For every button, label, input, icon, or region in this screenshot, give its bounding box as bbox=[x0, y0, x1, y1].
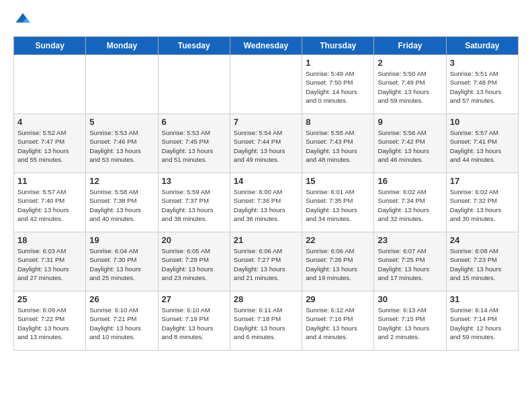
weekday-header-friday: Friday bbox=[374, 37, 446, 55]
day-info: Sunrise: 6:13 AM Sunset: 7:15 PM Dayligh… bbox=[378, 306, 442, 341]
day-info: Sunrise: 5:52 AM Sunset: 7:47 PM Dayligh… bbox=[17, 128, 82, 164]
calendar-day-cell: 26Sunrise: 6:10 AM Sunset: 7:21 PM Dayli… bbox=[86, 291, 158, 351]
day-info: Sunrise: 5:56 AM Sunset: 7:42 PM Dayligh… bbox=[378, 128, 442, 164]
weekday-header-thursday: Thursday bbox=[302, 37, 374, 55]
calendar-week-row: 25Sunrise: 6:09 AM Sunset: 7:22 PM Dayli… bbox=[14, 291, 519, 351]
day-info: Sunrise: 6:02 AM Sunset: 7:32 PM Dayligh… bbox=[450, 187, 515, 223]
day-number: 19 bbox=[89, 235, 154, 245]
calendar-day-cell: 13Sunrise: 5:59 AM Sunset: 7:37 PM Dayli… bbox=[158, 173, 230, 232]
day-number: 2 bbox=[378, 58, 442, 68]
calendar-day-cell: 19Sunrise: 6:04 AM Sunset: 7:30 PM Dayli… bbox=[86, 232, 158, 291]
day-number: 29 bbox=[306, 294, 370, 304]
calendar-day-cell: 29Sunrise: 6:12 AM Sunset: 7:16 PM Dayli… bbox=[302, 291, 374, 351]
day-info: Sunrise: 6:10 AM Sunset: 7:21 PM Dayligh… bbox=[89, 306, 154, 341]
day-info: Sunrise: 6:10 AM Sunset: 7:19 PM Dayligh… bbox=[162, 306, 226, 341]
logo-icon bbox=[13, 11, 32, 30]
calendar-day-cell: 2Sunrise: 5:50 AM Sunset: 7:49 PM Daylig… bbox=[374, 55, 446, 114]
day-info: Sunrise: 6:08 AM Sunset: 7:23 PM Dayligh… bbox=[450, 246, 515, 282]
calendar-day-cell: 30Sunrise: 6:13 AM Sunset: 7:15 PM Dayli… bbox=[374, 291, 446, 351]
empty-day-cell bbox=[158, 55, 230, 114]
day-number: 18 bbox=[17, 235, 82, 245]
day-info: Sunrise: 5:50 AM Sunset: 7:49 PM Dayligh… bbox=[378, 69, 442, 105]
day-number: 22 bbox=[306, 235, 370, 245]
calendar-day-cell: 28Sunrise: 6:11 AM Sunset: 7:18 PM Dayli… bbox=[230, 291, 302, 351]
day-info: Sunrise: 5:58 AM Sunset: 7:38 PM Dayligh… bbox=[89, 187, 154, 223]
day-info: Sunrise: 6:14 AM Sunset: 7:14 PM Dayligh… bbox=[450, 306, 515, 341]
day-info: Sunrise: 6:11 AM Sunset: 7:18 PM Dayligh… bbox=[234, 306, 298, 341]
calendar-day-cell: 7Sunrise: 5:54 AM Sunset: 7:44 PM Daylig… bbox=[230, 114, 302, 173]
empty-day-cell bbox=[14, 55, 86, 114]
calendar-day-cell: 8Sunrise: 5:55 AM Sunset: 7:43 PM Daylig… bbox=[302, 114, 374, 173]
day-number: 15 bbox=[306, 176, 370, 186]
calendar-day-cell: 5Sunrise: 5:53 AM Sunset: 7:46 PM Daylig… bbox=[86, 114, 158, 173]
calendar-table: SundayMondayTuesdayWednesdayThursdayFrid… bbox=[13, 36, 519, 351]
day-number: 7 bbox=[234, 117, 298, 127]
day-number: 10 bbox=[450, 117, 515, 127]
day-number: 1 bbox=[306, 58, 370, 68]
day-number: 20 bbox=[162, 235, 226, 245]
calendar-day-cell: 23Sunrise: 6:07 AM Sunset: 7:25 PM Dayli… bbox=[374, 232, 446, 291]
day-number: 13 bbox=[162, 176, 226, 186]
day-info: Sunrise: 5:59 AM Sunset: 7:37 PM Dayligh… bbox=[162, 187, 226, 223]
day-info: Sunrise: 6:09 AM Sunset: 7:22 PM Dayligh… bbox=[17, 306, 82, 341]
calendar-day-cell: 4Sunrise: 5:52 AM Sunset: 7:47 PM Daylig… bbox=[14, 114, 86, 173]
day-info: Sunrise: 6:06 AM Sunset: 7:26 PM Dayligh… bbox=[306, 246, 370, 282]
day-number: 16 bbox=[378, 176, 442, 186]
weekday-header-monday: Monday bbox=[86, 37, 158, 55]
calendar-day-cell: 15Sunrise: 6:01 AM Sunset: 7:35 PM Dayli… bbox=[302, 173, 374, 232]
day-info: Sunrise: 5:54 AM Sunset: 7:44 PM Dayligh… bbox=[234, 128, 298, 164]
day-info: Sunrise: 6:03 AM Sunset: 7:31 PM Dayligh… bbox=[17, 246, 82, 282]
calendar-day-cell: 17Sunrise: 6:02 AM Sunset: 7:32 PM Dayli… bbox=[446, 173, 518, 232]
logo bbox=[13, 11, 35, 30]
calendar-day-cell: 27Sunrise: 6:10 AM Sunset: 7:19 PM Dayli… bbox=[158, 291, 230, 351]
empty-day-cell bbox=[86, 55, 158, 114]
weekday-header-wednesday: Wednesday bbox=[230, 37, 302, 55]
day-number: 25 bbox=[17, 294, 82, 304]
calendar-day-cell: 9Sunrise: 5:56 AM Sunset: 7:42 PM Daylig… bbox=[374, 114, 446, 173]
calendar-week-row: 1Sunrise: 5:49 AM Sunset: 7:50 PM Daylig… bbox=[14, 55, 519, 114]
day-number: 12 bbox=[89, 176, 154, 186]
day-number: 3 bbox=[450, 58, 515, 68]
day-info: Sunrise: 6:05 AM Sunset: 7:29 PM Dayligh… bbox=[162, 246, 226, 282]
day-info: Sunrise: 5:53 AM Sunset: 7:46 PM Dayligh… bbox=[89, 128, 154, 164]
day-number: 11 bbox=[17, 176, 82, 186]
calendar-week-row: 4Sunrise: 5:52 AM Sunset: 7:47 PM Daylig… bbox=[14, 114, 519, 173]
calendar-day-cell: 24Sunrise: 6:08 AM Sunset: 7:23 PM Dayli… bbox=[446, 232, 518, 291]
page-header bbox=[13, 11, 519, 30]
day-info: Sunrise: 5:55 AM Sunset: 7:43 PM Dayligh… bbox=[306, 128, 370, 164]
day-info: Sunrise: 5:57 AM Sunset: 7:40 PM Dayligh… bbox=[17, 187, 82, 223]
day-number: 24 bbox=[450, 235, 515, 245]
calendar-day-cell: 3Sunrise: 5:51 AM Sunset: 7:48 PM Daylig… bbox=[446, 55, 518, 114]
day-info: Sunrise: 6:00 AM Sunset: 7:36 PM Dayligh… bbox=[234, 187, 298, 223]
day-info: Sunrise: 6:12 AM Sunset: 7:16 PM Dayligh… bbox=[306, 306, 370, 341]
weekday-header-saturday: Saturday bbox=[446, 37, 518, 55]
day-info: Sunrise: 5:57 AM Sunset: 7:41 PM Dayligh… bbox=[450, 128, 515, 164]
day-info: Sunrise: 6:04 AM Sunset: 7:30 PM Dayligh… bbox=[89, 246, 154, 282]
calendar-day-cell: 20Sunrise: 6:05 AM Sunset: 7:29 PM Dayli… bbox=[158, 232, 230, 291]
day-number: 30 bbox=[378, 294, 442, 304]
calendar-day-cell: 31Sunrise: 6:14 AM Sunset: 7:14 PM Dayli… bbox=[446, 291, 518, 351]
empty-day-cell bbox=[230, 55, 302, 114]
calendar-day-cell: 18Sunrise: 6:03 AM Sunset: 7:31 PM Dayli… bbox=[14, 232, 86, 291]
day-info: Sunrise: 6:07 AM Sunset: 7:25 PM Dayligh… bbox=[378, 246, 442, 282]
calendar-day-cell: 10Sunrise: 5:57 AM Sunset: 7:41 PM Dayli… bbox=[446, 114, 518, 173]
day-number: 4 bbox=[17, 117, 82, 127]
day-number: 5 bbox=[89, 117, 154, 127]
day-info: Sunrise: 6:06 AM Sunset: 7:27 PM Dayligh… bbox=[234, 246, 298, 282]
calendar-day-cell: 16Sunrise: 6:02 AM Sunset: 7:34 PM Dayli… bbox=[374, 173, 446, 232]
day-number: 21 bbox=[234, 235, 298, 245]
day-number: 9 bbox=[378, 117, 442, 127]
day-number: 27 bbox=[162, 294, 226, 304]
day-info: Sunrise: 6:01 AM Sunset: 7:35 PM Dayligh… bbox=[306, 187, 370, 223]
calendar-day-cell: 11Sunrise: 5:57 AM Sunset: 7:40 PM Dayli… bbox=[14, 173, 86, 232]
day-number: 23 bbox=[378, 235, 442, 245]
weekday-header-sunday: Sunday bbox=[14, 37, 86, 55]
day-info: Sunrise: 5:53 AM Sunset: 7:45 PM Dayligh… bbox=[162, 128, 226, 164]
weekday-header-tuesday: Tuesday bbox=[158, 37, 230, 55]
day-info: Sunrise: 5:51 AM Sunset: 7:48 PM Dayligh… bbox=[450, 69, 515, 105]
calendar-day-cell: 14Sunrise: 6:00 AM Sunset: 7:36 PM Dayli… bbox=[230, 173, 302, 232]
calendar-week-row: 18Sunrise: 6:03 AM Sunset: 7:31 PM Dayli… bbox=[14, 232, 519, 291]
calendar-day-cell: 21Sunrise: 6:06 AM Sunset: 7:27 PM Dayli… bbox=[230, 232, 302, 291]
calendar-day-cell: 12Sunrise: 5:58 AM Sunset: 7:38 PM Dayli… bbox=[86, 173, 158, 232]
day-number: 26 bbox=[89, 294, 154, 304]
